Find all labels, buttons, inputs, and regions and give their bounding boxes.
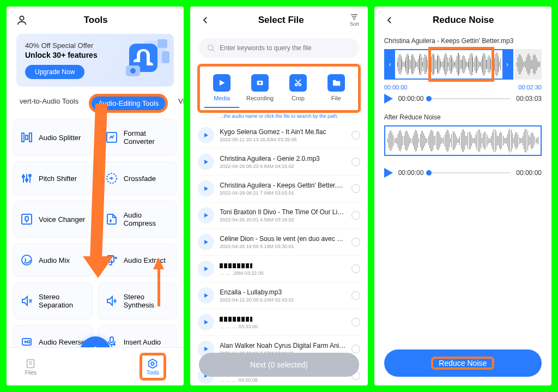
file-item[interactable]: Kygo Selena Gomez - It Ain't Me.flac2022… <box>198 122 360 149</box>
cat-recording[interactable]: Recording <box>242 72 277 108</box>
player-row-before: 00:00:00 00:03:03 <box>384 94 542 104</box>
file-meta: 2022-04-29 08:23 9.84M 04:15.02 <box>220 164 345 169</box>
play-icon[interactable] <box>198 127 214 143</box>
category-highlight: Media Recording Crop File <box>198 64 360 112</box>
page-title: Select File <box>212 15 350 26</box>
waveform-after[interactable] <box>384 125 542 156</box>
player-row-after: 00:00:00 00:00:00 <box>384 168 542 178</box>
page-title: Tools <box>28 15 163 26</box>
svg-rect-7 <box>22 133 24 142</box>
select-file-screen: Select File Sort Media Recording Crop <box>190 7 367 385</box>
file-item[interactable]: Christina Aguilera - Genie 2.0.mp32022-0… <box>198 149 360 176</box>
tool-audio-compress[interactable]: Audio Compress <box>98 201 178 238</box>
hint-text: ...the audio name or click the file to s… <box>190 112 367 122</box>
wave-next[interactable]: › <box>502 50 512 79</box>
svg-rect-9 <box>29 133 32 142</box>
svg-point-11 <box>22 176 25 178</box>
tool-format-converter[interactable]: Format Converter <box>98 119 178 156</box>
file-item[interactable]: … … .28M 03:22.05 <box>198 256 360 282</box>
sort-button[interactable]: Sort <box>350 14 359 27</box>
back-button[interactable] <box>199 14 212 27</box>
play-icon[interactable] <box>198 207 214 224</box>
current-time: 00:00:00 <box>398 95 424 102</box>
play-icon[interactable] <box>198 234 214 250</box>
svg-rect-15 <box>22 214 32 224</box>
cat-crop[interactable]: Crop <box>281 72 316 108</box>
play-icon[interactable] <box>198 180 214 197</box>
select-radio[interactable] <box>351 238 360 246</box>
profile-icon[interactable] <box>15 14 28 27</box>
file-title: Christina Aguilera - Genie 2.0.mp3 <box>220 155 345 162</box>
select-radio[interactable] <box>351 131 360 140</box>
file-item[interactable]: Enzalla - Lullaby.mp32022-04-12 20:00 6.… <box>198 282 360 309</box>
select-radio[interactable] <box>351 158 360 166</box>
play-icon[interactable] <box>198 154 214 170</box>
tab-video[interactable]: Video Tools <box>173 94 184 112</box>
svg-point-0 <box>20 16 23 20</box>
file-title: Christina Aguilera - Keeps Gettin' Bette… <box>220 182 345 189</box>
svg-point-26 <box>259 82 261 84</box>
cat-file[interactable]: File <box>319 72 354 108</box>
file-item[interactable]: Christina Aguilera - Keeps Gettin' Bette… <box>198 176 360 202</box>
tool-crossfade[interactable]: Crossfade <box>98 161 178 195</box>
tool-audio-splitter[interactable]: Audio Splitter <box>13 119 93 156</box>
reduce-noise-button[interactable]: Reduce Noise <box>384 349 542 377</box>
tool-audio-mix[interactable]: Audio Mix <box>13 243 93 277</box>
select-radio[interactable] <box>351 184 360 193</box>
nav-files[interactable]: Files <box>25 358 37 376</box>
play-icon[interactable] <box>198 261 214 277</box>
svg-rect-3 <box>162 51 169 63</box>
select-radio[interactable] <box>351 211 360 220</box>
file-meta: 2022-04-26 19:59 8.19M 03:30.01 <box>220 244 345 249</box>
svg-rect-2 <box>157 39 167 48</box>
file-title <box>220 315 345 323</box>
file-title: Toni Braxton Il Divo - The Time Of Our L… <box>220 208 345 216</box>
file-title <box>220 262 345 269</box>
file-title: Alan Walker Noah Cyrus Digital Farm Anim… <box>220 342 345 349</box>
wave-prev[interactable]: ‹ <box>385 50 395 79</box>
select-radio[interactable] <box>351 345 360 353</box>
play-button[interactable] <box>384 94 393 104</box>
svg-rect-20 <box>110 337 113 342</box>
back-button[interactable] <box>383 14 396 27</box>
waveform-selector[interactable]: ‹ › <box>384 49 513 80</box>
tool-audio-extract[interactable]: Audio Extract <box>98 243 178 277</box>
next-button[interactable]: Next (0 selected) <box>199 353 359 377</box>
select-radio[interactable] <box>351 291 360 300</box>
selection-timestamps: 00:00:00 00:02:30 <box>384 84 542 91</box>
category-tabs: vert-to-Audio Tools Audio-Editing Tools … <box>7 87 184 117</box>
search-input[interactable] <box>220 44 351 52</box>
seek-track[interactable] <box>429 172 511 173</box>
upgrade-button[interactable]: Upgrade Now <box>25 65 84 79</box>
search-bar[interactable] <box>199 38 359 58</box>
svg-rect-18 <box>107 256 114 262</box>
file-item[interactable]: … … … 03:33.00 <box>198 309 360 336</box>
tab-audio-editing[interactable]: Audio-Editing Tools <box>89 94 167 112</box>
duration: 00:00:00 <box>516 169 542 177</box>
select-radio[interactable] <box>351 318 360 327</box>
file-item[interactable]: Toni Braxton Il Divo - The Time Of Our L… <box>198 202 360 229</box>
tool-voice-changer[interactable]: Voice Changer <box>13 201 93 238</box>
promo-art <box>110 38 169 82</box>
file-meta: 2022-04-29 08:21 7.09M 03:03.01 <box>220 190 345 196</box>
page-title: Reduce Noise <box>396 15 531 26</box>
nav-tools[interactable]: Tools <box>140 353 166 380</box>
file-item[interactable]: Céline Dion - Sous le vent (en duo avec … <box>198 229 360 256</box>
seek-track[interactable] <box>429 98 511 99</box>
tool-pitch-shifter[interactable]: Pitch Shifter <box>13 161 93 195</box>
tool-stereo-synthesis[interactable]: Stereo Synthesis <box>98 282 178 319</box>
tab-convert[interactable]: vert-to-Audio Tools <box>14 94 84 112</box>
promo-banner[interactable]: 40% Off Special Offer Unlock 30+ feature… <box>16 34 174 87</box>
cat-media[interactable]: Media <box>204 72 239 108</box>
play-button[interactable] <box>384 168 393 178</box>
play-icon[interactable] <box>198 314 214 330</box>
select-radio[interactable] <box>351 264 360 273</box>
tools-screen: Tools 40% Off Special Offer Unlock 30+ f… <box>7 7 184 385</box>
file-list[interactable]: Kygo Selena Gomez - It Ain't Me.flac2022… <box>190 122 367 385</box>
play-icon[interactable] <box>198 287 214 304</box>
header: Select File Sort <box>190 7 367 34</box>
svg-point-13 <box>29 174 31 177</box>
bottom-nav: Files Tools <box>7 347 184 385</box>
file-meta: 2022-05-11 20:13 26.83M 03:39.05 <box>220 137 345 142</box>
tool-stereo-separation[interactable]: Stereo Separation <box>13 282 93 319</box>
